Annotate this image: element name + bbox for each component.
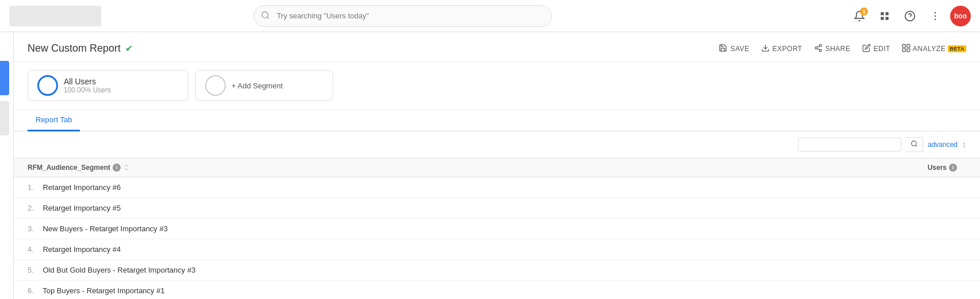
col-header-segment: RFM_Audience_Segment i [14,158,735,177]
svg-rect-19 [902,48,905,51]
cell-users [735,177,980,198]
segments-section: All Users 100.00% Users + Add Segment [14,62,980,110]
row-number: 2. [28,204,34,212]
cell-segment: 5. Old But Gold Buyers - Retarget Import… [14,260,735,281]
segment-circle-icon [37,75,58,96]
sort-icon[interactable]: ↕ [962,140,966,149]
table-search-button[interactable] [906,137,923,152]
cell-users [735,219,980,239]
cell-users [735,260,980,281]
segment-value: New Buyers - Retarget Importancy #3 [43,224,167,233]
row-number: 1. [28,183,34,192]
table-search-input[interactable] [798,138,901,152]
svg-line-1 [267,17,269,18]
report-title-area: New Custom Report ✔ [28,42,133,55]
table-row: 4. Retarget Importancy #4 [14,239,980,260]
analyze-button[interactable]: ANALYZE BETA [902,44,966,54]
report-title: New Custom Report [28,42,121,55]
share-button[interactable]: SHARE [814,44,851,54]
svg-rect-4 [881,17,883,20]
table-row: 3. New Buyers - Retarget Importancy #3 [14,219,980,239]
analyze-icon [902,44,910,54]
notification-badge: 1 [860,7,868,15]
advanced-link[interactable]: advanced [928,141,958,149]
svg-point-21 [912,141,917,146]
segment-col-sort-icon[interactable] [123,164,130,171]
cell-users [735,281,980,300]
header-actions: 1 boo [849,6,971,26]
svg-point-14 [819,49,821,52]
notifications-button[interactable]: 1 [849,6,870,26]
help-button[interactable] [900,6,920,26]
report-tabs: Report Tab [14,110,980,131]
apps-button[interactable] [874,6,895,26]
segment-col-info-icon[interactable]: i [113,164,121,172]
avatar[interactable]: boo [950,6,971,26]
cell-segment: 1. Retarget Importancy #6 [14,177,735,198]
table-area: advanced ↕ RFM_Audience_Segment i [14,131,980,299]
row-number: 4. [28,245,34,254]
segment-value: Old But Gold Buyers - Retarget Importanc… [43,266,195,274]
cell-segment: 3. New Buyers - Retarget Importancy #3 [14,219,735,239]
col-header-users: Users i [735,158,980,177]
export-icon [761,44,770,54]
report-header: New Custom Report ✔ SAVE [14,32,980,62]
logo [9,6,101,26]
edit-icon [862,44,871,54]
svg-point-0 [262,11,268,18]
row-number: 5. [28,266,34,274]
svg-point-9 [935,15,936,17]
search-input[interactable] [253,5,552,27]
save-icon [719,44,727,54]
row-number: 6. [28,286,34,295]
sidebar-tab-secondary[interactable] [0,101,9,135]
table-row: 2. Retarget Importancy #5 [14,198,980,219]
svg-rect-17 [902,44,905,47]
svg-line-22 [916,145,917,146]
segment-name: All Users [64,77,111,86]
beta-badge: BETA [948,45,966,52]
export-button[interactable]: EXPORT [761,44,802,54]
svg-point-10 [935,18,936,20]
cell-users [735,239,980,260]
cell-segment: 4. Retarget Importancy #4 [14,239,735,260]
tab-report[interactable]: Report Tab [28,110,80,131]
search-bar-wrap [253,5,552,27]
segment-value: Retarget Importancy #6 [43,183,121,192]
svg-point-12 [819,44,821,46]
cell-segment: 6. Top Buyers - Retarget Importancy #1 [14,281,735,300]
verified-icon: ✔ [125,43,133,54]
segment-value: Retarget Importancy #4 [43,245,121,254]
segment-info: All Users 100.00% Users [64,77,111,94]
add-segment-circle-icon [205,75,226,96]
save-button[interactable]: SAVE [719,44,749,54]
table-row: 5. Old But Gold Buyers - Retarget Import… [14,260,980,281]
svg-rect-3 [885,12,888,15]
table-row: 1. Retarget Importancy #6 [14,177,980,198]
edit-button[interactable]: EDIT [862,44,890,54]
cell-segment: 2. Retarget Importancy #5 [14,198,735,219]
add-segment-button[interactable]: + Add Segment [195,70,333,101]
table-toolbar: advanced ↕ [14,131,980,158]
share-icon [814,44,823,54]
svg-rect-18 [907,44,910,47]
svg-line-16 [817,46,819,47]
row-number: 3. [28,224,34,233]
segment-all-users[interactable]: All Users 100.00% Users [28,70,188,101]
users-col-info-icon[interactable]: i [949,164,957,172]
data-table: RFM_Audience_Segment i Users i [14,158,980,299]
layout: New Custom Report ✔ SAVE [0,32,980,299]
segment-value: Retarget Importancy #5 [43,204,121,212]
svg-rect-5 [885,17,888,20]
svg-point-8 [935,11,936,13]
cell-users [735,198,980,219]
sidebar-tab-active[interactable] [0,61,9,95]
more-options-button[interactable] [925,6,946,26]
table-row: 6. Top Buyers - Retarget Importancy #1 [14,281,980,300]
svg-line-15 [817,48,819,49]
sidebar [0,32,14,299]
svg-rect-20 [907,48,910,51]
add-segment-label: + Add Segment [232,81,283,90]
main-content: New Custom Report ✔ SAVE [14,32,980,299]
report-actions: SAVE EXPORT [719,44,966,54]
